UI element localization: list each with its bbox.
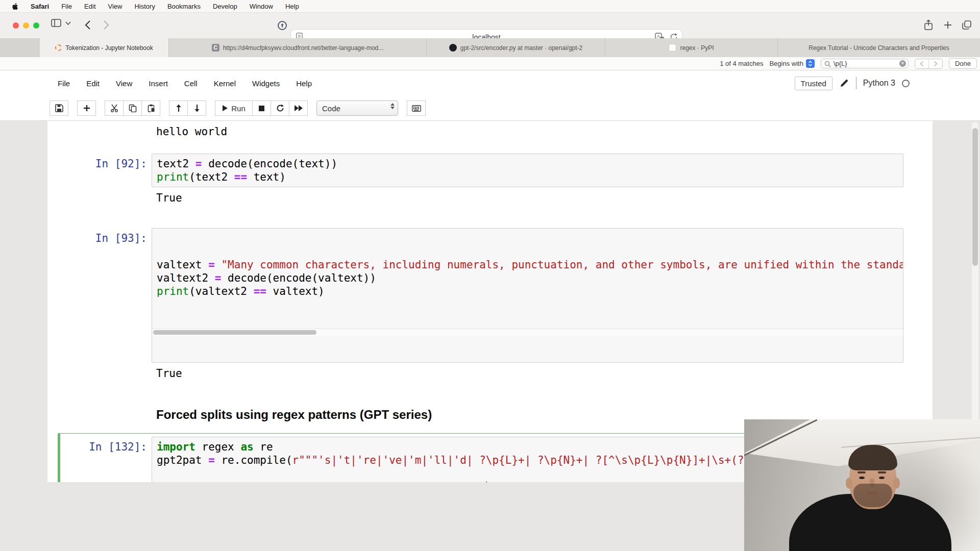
find-next-button[interactable] bbox=[929, 59, 942, 68]
screen: Safari File Edit View History Bookmarks … bbox=[0, 0, 980, 551]
jupyter-menu-kernel[interactable]: Kernel bbox=[206, 76, 244, 91]
tab-label: https://d4mucfpksywv.cloudfront.net/bett… bbox=[223, 44, 384, 52]
clear-search-icon[interactable]: ✕ bbox=[899, 60, 906, 67]
tab-github-encoder[interactable]: gpt-2/src/encoder.py at master · openai/… bbox=[426, 38, 605, 57]
cell-input[interactable]: valtext = "Many common characters, inclu… bbox=[152, 228, 903, 363]
trusted-button[interactable]: Trusted bbox=[795, 77, 832, 90]
cell-type-select[interactable]: Code bbox=[316, 101, 398, 116]
menubar-item-bookmarks[interactable]: Bookmarks bbox=[167, 3, 201, 10]
jupyter-menu-edit[interactable]: Edit bbox=[78, 76, 108, 91]
person-eye bbox=[879, 477, 885, 479]
pencil-icon bbox=[839, 78, 849, 88]
person-ear bbox=[893, 478, 900, 489]
add-cell-button[interactable] bbox=[77, 101, 96, 116]
safari-toolbar: localhost A文 bbox=[0, 13, 980, 39]
onepassword-icon[interactable] bbox=[277, 20, 287, 31]
tab-label: gpt-2/src/encoder.py at master · openai/… bbox=[460, 44, 582, 52]
move-cell-down-button[interactable] bbox=[187, 101, 206, 116]
new-tab-icon[interactable] bbox=[943, 20, 952, 30]
cell-prompt: In [93]: bbox=[47, 228, 152, 363]
forward-icon[interactable] bbox=[103, 20, 109, 30]
copy-cell-button[interactable] bbox=[123, 101, 142, 116]
jupyter-menu-insert[interactable]: Insert bbox=[140, 76, 176, 91]
restart-run-all-button[interactable] bbox=[289, 101, 308, 116]
menubar-item-window[interactable]: Window bbox=[250, 3, 273, 10]
scrollbar-thumb[interactable] bbox=[153, 330, 316, 335]
person-eyebrow bbox=[857, 471, 866, 473]
chevron-down-icon[interactable] bbox=[65, 21, 71, 25]
sidebar-icon[interactable] bbox=[51, 19, 61, 27]
tab-regex-pypi[interactable]: regex · PyPI bbox=[605, 38, 777, 57]
clipboard-group bbox=[105, 101, 160, 116]
find-matches-count: 1 of 4 matches bbox=[720, 60, 763, 67]
person-eye bbox=[859, 477, 865, 479]
cell-input[interactable]: text2 = decode(encode(text))print(text2 … bbox=[152, 154, 903, 187]
find-search-input[interactable]: \p{L} ✕ bbox=[821, 59, 909, 68]
find-previous-button[interactable] bbox=[915, 59, 929, 68]
menubar-item-edit[interactable]: Edit bbox=[84, 3, 95, 10]
menubar-item-history[interactable]: History bbox=[134, 3, 155, 10]
paste-cell-button[interactable] bbox=[141, 101, 160, 116]
cell-prompt: In [92]: bbox=[47, 154, 152, 187]
search-icon bbox=[824, 61, 831, 67]
find-bar: 1 of 4 matches Begins with \p{L} ✕ Done bbox=[0, 57, 980, 70]
person-eyebrow bbox=[878, 471, 886, 473]
find-done-button[interactable]: Done bbox=[949, 58, 977, 69]
github-favicon bbox=[449, 44, 457, 52]
macos-menubar: Safari File Edit View History Bookmarks … bbox=[0, 0, 980, 13]
cloudfront-favicon: C bbox=[212, 44, 219, 52]
save-button[interactable] bbox=[50, 101, 68, 116]
tab-jupyter-notebook[interactable]: Tokenization - Jupyter Notebook bbox=[40, 38, 168, 57]
menubar-item-view[interactable]: View bbox=[108, 3, 122, 10]
cut-cell-button[interactable] bbox=[105, 101, 124, 116]
tab-label: Regex Tutorial - Unicode Characters and … bbox=[808, 44, 949, 52]
run-group: Run bbox=[215, 101, 308, 116]
apple-menu-icon[interactable] bbox=[11, 3, 18, 10]
move-cell-up-button[interactable] bbox=[169, 101, 188, 116]
person-mouth bbox=[867, 492, 878, 494]
close-window-button[interactable] bbox=[13, 22, 19, 29]
tab-overview-icon[interactable] bbox=[962, 20, 972, 30]
move-group bbox=[169, 101, 206, 116]
jupyter-menu-file[interactable]: File bbox=[50, 76, 78, 91]
jupyter-menu-view[interactable]: View bbox=[108, 76, 140, 91]
share-icon[interactable] bbox=[924, 19, 933, 31]
code-cell-93: In [93]: valtext = "Many common characte… bbox=[47, 228, 933, 363]
command-palette-button[interactable] bbox=[407, 101, 426, 116]
run-button[interactable]: Run bbox=[215, 101, 253, 116]
back-icon[interactable] bbox=[85, 20, 91, 30]
pypi-favicon bbox=[669, 44, 676, 52]
run-label: Run bbox=[231, 104, 246, 113]
menubar-item-develop[interactable]: Develop bbox=[213, 3, 237, 10]
horizontal-scrollbar[interactable] bbox=[152, 329, 903, 336]
jupyter-menu-widgets[interactable]: Widgets bbox=[244, 76, 288, 91]
jupyter-toolbar: Run Code bbox=[0, 96, 980, 121]
find-nav-buttons bbox=[915, 59, 943, 69]
jupyter-menu-help[interactable]: Help bbox=[288, 76, 320, 91]
find-mode-label: Begins with bbox=[769, 60, 803, 67]
select-stepper-icon bbox=[390, 103, 395, 109]
interrupt-kernel-button[interactable] bbox=[252, 101, 271, 116]
jupyter-menubar: File Edit View Insert Cell Kernel Widget… bbox=[0, 70, 980, 96]
webcam-overlay bbox=[744, 419, 980, 551]
person-ear bbox=[846, 478, 852, 489]
scrollbar-thumb[interactable] bbox=[972, 128, 978, 266]
jupyter-menu-cell[interactable]: Cell bbox=[176, 76, 206, 91]
cell-output: True bbox=[152, 364, 933, 383]
scrollback-output: hello world bbox=[152, 121, 933, 141]
restart-kernel-button[interactable] bbox=[271, 101, 289, 116]
find-mode-select[interactable]: Begins with bbox=[769, 59, 814, 68]
code-cell-92: In [92]: text2 = decode(encode(text))pri… bbox=[47, 154, 933, 187]
cell-output: True bbox=[152, 188, 933, 208]
divider bbox=[856, 77, 856, 89]
menubar-item-file[interactable]: File bbox=[61, 3, 72, 10]
tab-label: Tokenization - Jupyter Notebook bbox=[65, 44, 153, 52]
minimize-window-button[interactable] bbox=[23, 22, 29, 29]
person-beard bbox=[853, 484, 892, 507]
tab-regex-tutorial[interactable]: Regex Tutorial - Unicode Characters and … bbox=[777, 38, 980, 57]
menubar-app-name[interactable]: Safari bbox=[31, 3, 49, 10]
zoom-window-button[interactable] bbox=[33, 22, 39, 29]
tab-cloudfront-paper[interactable]: C https://d4mucfpksywv.cloudfront.net/be… bbox=[168, 38, 426, 57]
menubar-item-help[interactable]: Help bbox=[285, 3, 299, 10]
kernel-idle-icon bbox=[902, 80, 910, 87]
